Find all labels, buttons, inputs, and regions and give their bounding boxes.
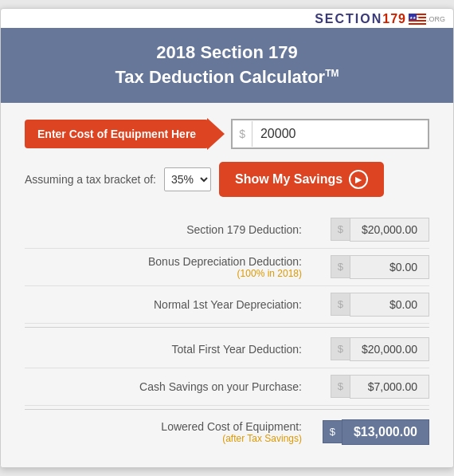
result-row-cash: Cash Savings on your Purchase: $ $7,000.… <box>25 368 429 406</box>
result-value-wrapper-cash: $ $7,000.00 <box>302 375 429 399</box>
svg-rect-6 <box>409 23 426 25</box>
equipment-cost-row: Enter Cost of Equipment Here $ <box>25 119 429 149</box>
result-row-total: Total First Year Deduction: $ $20,000.00 <box>25 331 429 368</box>
result-value-wrapper-bonus: $ $0.00 <box>302 255 429 279</box>
result-value-bonus: $0.00 <box>350 255 429 279</box>
result-value-179: $20,000.00 <box>350 218 429 242</box>
savings-btn-icon: ► <box>349 170 368 189</box>
result-label-cash: Cash Savings on your Purchase: <box>25 380 302 393</box>
tax-bracket-select[interactable]: 21% 25% 28% 30% 32% 35% 37% <box>164 167 211 191</box>
result-value-wrapper-total: $ $20,000.00 <box>302 337 429 361</box>
divider-1 <box>25 327 429 328</box>
flag-icon: ★★★ <box>409 14 426 25</box>
result-label-bonus-main: Bonus Depreciation Deduction: <box>148 255 302 268</box>
result-row-179: Section 179 Deduction: $ $20,000.00 <box>25 211 429 249</box>
result-value-normal: $0.00 <box>350 293 429 317</box>
result-value-cash: $7,000.00 <box>350 375 429 399</box>
result-label-normal: Normal 1st Year Depreciation: <box>25 298 302 311</box>
result-value-total: $20,000.00 <box>350 337 429 361</box>
result-label-total: Total First Year Deduction: <box>25 343 302 356</box>
result-label-179: Section 179 Deduction: <box>25 223 302 236</box>
result-label-lowered-sub: (after Tax Savings) <box>25 433 302 444</box>
result-label-bonus: Bonus Depreciation Deduction: (100% in 2… <box>25 255 302 279</box>
show-savings-label: Show My Savings <box>235 172 342 187</box>
result-value-lowered: $13,000.00 <box>342 419 429 445</box>
result-value-wrapper-normal: $ $0.00 <box>302 293 429 317</box>
result-label-lowered-main: Lowered Cost of Equipment: <box>161 420 302 433</box>
cost-input-wrapper: $ <box>231 119 429 149</box>
tax-label: Assuming a tax bracket of: <box>25 173 156 186</box>
cost-label-arrow: Enter Cost of Equipment Here <box>25 120 209 148</box>
result-dollar-total: $ <box>331 337 350 360</box>
result-dollar-normal: $ <box>331 293 350 316</box>
divider-2 <box>25 409 429 410</box>
result-dollar-179: $ <box>331 218 350 241</box>
page-title: 2018 Section 179 Tax Deduction Calculato… <box>17 41 437 90</box>
svg-text:★★★: ★★★ <box>409 15 420 20</box>
show-savings-button[interactable]: Show My Savings ► <box>219 162 384 197</box>
result-row-bonus: Bonus Depreciation Deduction: (100% in 2… <box>25 249 429 286</box>
logo-bar: SECTION179 ★★★ .ORG <box>1 9 453 28</box>
result-row-normal: Normal 1st Year Depreciation: $ $0.00 <box>25 286 429 324</box>
svg-rect-5 <box>409 22 426 23</box>
logo-text: SECTION179 <box>315 12 406 26</box>
results-section: Section 179 Deduction: $ $20,000.00 Bonu… <box>25 211 429 451</box>
calculator-widget: SECTION179 ★★★ .ORG 2018 Section 179 Tax… <box>0 8 454 468</box>
svg-rect-4 <box>409 20 426 22</box>
tax-bracket-row: Assuming a tax bracket of: 21% 25% 28% 3… <box>25 162 429 197</box>
result-dollar-lowered: $ <box>323 420 342 443</box>
cost-input[interactable] <box>252 120 428 148</box>
cost-label-text: Enter Cost of Equipment Here <box>37 128 196 140</box>
result-label-lowered: Lowered Cost of Equipment: (after Tax Sa… <box>25 420 302 444</box>
result-dollar-cash: $ <box>331 375 350 398</box>
cost-dollar-sign: $ <box>233 121 252 147</box>
result-dollar-bonus: $ <box>331 255 350 278</box>
logo-org: .ORG <box>427 15 445 23</box>
result-row-lowered: Lowered Cost of Equipment: (after Tax Sa… <box>25 413 429 451</box>
header: 2018 Section 179 Tax Deduction Calculato… <box>1 28 453 103</box>
result-value-wrapper-179: $ $20,000.00 <box>302 218 429 242</box>
content-area: Enter Cost of Equipment Here $ Assuming … <box>1 103 453 467</box>
result-value-wrapper-lowered: $ $13,000.00 <box>302 419 429 445</box>
result-label-bonus-sub: (100% in 2018) <box>25 268 302 279</box>
